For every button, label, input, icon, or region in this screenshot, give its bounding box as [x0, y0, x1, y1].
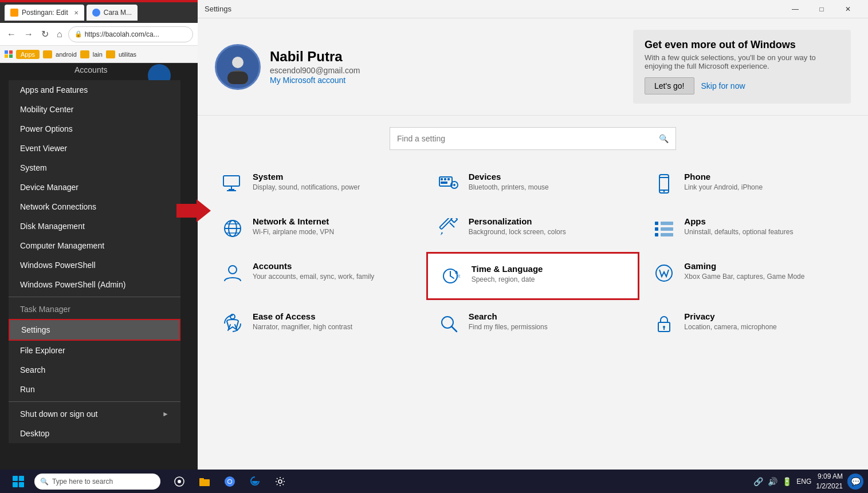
menu-item-mobility[interactable]: Mobility Center — [9, 100, 180, 119]
settings-item-network[interactable]: Network & Internet Wi-Fi, airplane mode,… — [209, 206, 425, 251]
forward-button[interactable]: → — [22, 27, 36, 42]
svg-rect-12 — [447, 178, 450, 180]
menu-item-shutdown[interactable]: Shut down or sign out ► — [9, 404, 180, 424]
browser-nav: ← → ↻ ⌂ 🔒 https://bacolah.com/ca... — [0, 23, 198, 46]
tab-1-close[interactable]: ✕ — [74, 10, 78, 16]
language-label: ENG — [796, 478, 811, 486]
settings-item-time[interactable]: A 文 Time & Language Speech, region, date — [426, 252, 640, 300]
separator-2 — [9, 401, 180, 402]
menu-item-settings[interactable]: Settings — [9, 319, 180, 341]
menu-item-apps[interactable]: Apps and Features — [9, 80, 180, 100]
menu-item-network[interactable]: Network Connections — [9, 197, 180, 216]
back-button[interactable]: ← — [5, 27, 18, 42]
close-button[interactable]: ✕ — [835, 0, 861, 18]
user-details: Nabil Putra escendol900@gmail.com My Mic… — [270, 49, 360, 85]
user-name: Nabil Putra — [270, 49, 360, 65]
phone-desc: Link your Android, iPhone — [684, 183, 763, 192]
taskbar-icons — [167, 470, 292, 493]
settings-item-search[interactable]: Search Find my files, permissions — [425, 301, 641, 346]
svg-rect-29 — [661, 222, 673, 225]
svg-point-55 — [228, 480, 231, 483]
menu-item-search[interactable]: Search — [9, 360, 180, 380]
settings-item-accounts[interactable]: Accounts Your accounts, email, sync, wor… — [209, 251, 425, 301]
settings-item-gaming[interactable]: Gaming Xbox Game Bar, captures, Game Mod… — [641, 251, 857, 301]
battery-tray-icon[interactable]: 🔋 — [782, 477, 792, 486]
gaming-text: Gaming Xbox Game Bar, captures, Game Mod… — [684, 261, 804, 282]
tab-1[interactable]: Postingan: Edit ✕ — [5, 5, 84, 21]
file-explorer-button[interactable] — [193, 470, 217, 493]
svg-line-45 — [451, 326, 457, 332]
system-icon — [221, 172, 245, 196]
svg-rect-32 — [655, 233, 658, 236]
taskbar-search[interactable]: 🔍 Type here to search — [34, 474, 160, 490]
menu-item-power[interactable]: Power Options — [9, 119, 180, 139]
settings-item-privacy[interactable]: Privacy Location, camera, microphone — [641, 301, 857, 346]
volume-tray-icon[interactable]: 🔊 — [768, 477, 777, 486]
lets-go-button[interactable]: Let's go! — [645, 77, 694, 94]
start-icon — [13, 476, 24, 487]
bookmark-apps[interactable]: Apps — [16, 50, 40, 59]
notification-button[interactable]: 💬 — [847, 474, 863, 490]
menu-item-disk[interactable]: Disk Management — [9, 216, 180, 236]
taskbar-clock[interactable]: 9:09 AM 1/2/2021 — [816, 472, 843, 491]
user-info: Nabil Putra escendol900@gmail.com My Mic… — [215, 44, 360, 90]
privacy-label: Privacy — [684, 311, 776, 321]
find-setting-input[interactable] — [397, 134, 654, 143]
find-setting-box[interactable]: 🔍 — [390, 127, 676, 150]
tab-1-label: Postingan: Edit — [22, 9, 68, 17]
ms-account-link[interactable]: My Microsoft account — [270, 76, 345, 85]
menu-item-event[interactable]: Event Viewer — [9, 139, 180, 158]
gaming-icon — [652, 261, 676, 285]
svg-line-27 — [450, 223, 454, 227]
user-email: escendol900@gmail.com — [270, 66, 360, 75]
task-view-button[interactable] — [167, 470, 191, 493]
menu-item-explorer[interactable]: File Explorer — [9, 341, 180, 360]
accounts-text: Accounts Your accounts, email, sync, wor… — [253, 261, 374, 282]
edge-button[interactable] — [243, 470, 267, 493]
start-button[interactable] — [5, 470, 32, 493]
tab-2[interactable]: Cara M... — [87, 5, 138, 21]
maximize-button[interactable]: □ — [808, 0, 835, 18]
settings-item-system[interactable]: System Display, sound, notifications, po… — [209, 161, 425, 206]
svg-line-37 — [450, 276, 454, 278]
bookmark-lain[interactable]: lain — [93, 51, 103, 58]
settings-item-apps[interactable]: Apps Uninstall, defaults, optional featu… — [641, 206, 857, 251]
ease-desc: Narrator, magnifier, high contrast — [253, 322, 352, 332]
network-text: Network & Internet Wi-Fi, airplane mode,… — [253, 216, 334, 237]
chrome-button[interactable] — [218, 470, 242, 493]
menu-item-powershell[interactable]: Windows PowerShell — [9, 255, 180, 275]
settings-item-ease[interactable]: Ease of Access Narrator, magnifier, high… — [209, 301, 425, 346]
bookmark-android[interactable]: android — [56, 51, 77, 58]
gaming-desc: Xbox Game Bar, captures, Game Mode — [684, 272, 804, 282]
menu-item-powershell-admin[interactable]: Windows PowerShell (Admin) — [9, 275, 180, 294]
settings-header: Nabil Putra escendol900@gmail.com My Mic… — [198, 18, 868, 116]
minimize-button[interactable]: — — [782, 0, 808, 18]
find-setting-search-icon: 🔍 — [659, 134, 669, 143]
ease-icon — [221, 311, 245, 336]
menu-item-system[interactable]: System — [9, 158, 180, 178]
svg-rect-13 — [441, 182, 447, 184]
menu-item-computer[interactable]: Computer Management — [9, 236, 180, 255]
accounts-label: Accounts — [253, 261, 374, 271]
settings-item-devices[interactable]: Devices Bluetooth, printers, mouse — [425, 161, 641, 206]
settings-taskbar-button[interactable] — [268, 470, 292, 493]
menu-item-device[interactable]: Device Manager — [9, 178, 180, 197]
refresh-button[interactable]: ↻ — [39, 26, 51, 42]
bookmark-utilitas[interactable]: utilitas — [119, 51, 136, 58]
settings-search-area: 🔍 — [198, 116, 868, 161]
svg-rect-31 — [661, 227, 673, 231]
menu-item-task[interactable]: Task Manager — [9, 299, 180, 319]
taskbar-date-display: 1/2/2021 — [816, 482, 843, 491]
settings-titlebar: Settings — □ ✕ — [198, 0, 868, 18]
settings-item-phone[interactable]: Phone Link your Android, iPhone — [641, 161, 857, 206]
address-bar[interactable]: 🔒 https://bacolah.com/ca... — [68, 26, 193, 42]
svg-point-34 — [229, 266, 237, 274]
home-button[interactable]: ⌂ — [54, 27, 65, 42]
settings-item-personalization[interactable]: Personalization Background, lock screen,… — [425, 206, 641, 251]
taskbar-time-display: 9:09 AM — [816, 472, 843, 482]
menu-item-desktop[interactable]: Desktop — [9, 424, 180, 443]
skip-button[interactable]: Skip for now — [701, 81, 745, 90]
menu-item-run[interactable]: Run — [9, 380, 180, 399]
taskbar-search-text: Type here to search — [52, 478, 113, 486]
network-tray-icon[interactable]: 🔗 — [753, 477, 763, 486]
